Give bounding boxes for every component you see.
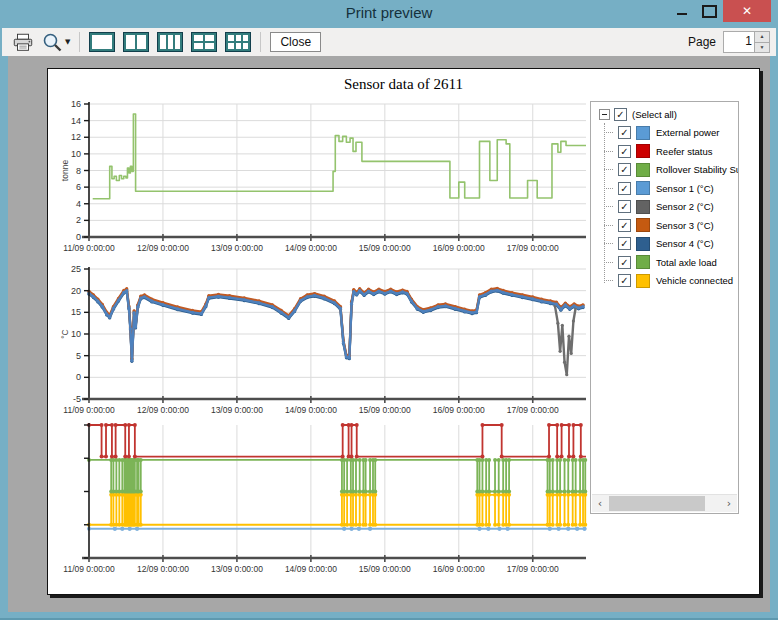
charts-canvas: 024681012141611/09 0:00:0012/09 0:00:001… bbox=[48, 69, 648, 589]
one-page-view-button[interactable] bbox=[86, 31, 118, 53]
svg-text:10: 10 bbox=[71, 329, 81, 339]
svg-text:15/09 0:00:00: 15/09 0:00:00 bbox=[359, 243, 411, 253]
svg-text:13/09 0:00:00: 13/09 0:00:00 bbox=[211, 405, 263, 415]
legend-item-checkbox[interactable]: ✓ bbox=[618, 219, 631, 232]
legend-item-checkbox[interactable]: ✓ bbox=[618, 274, 631, 287]
svg-text:14/09 0:00:00: 14/09 0:00:00 bbox=[285, 405, 337, 415]
select-all-label: (Select all) bbox=[632, 109, 677, 120]
svg-text:11/09 0:00:00: 11/09 0:00:00 bbox=[63, 243, 115, 253]
legend-item-checkbox[interactable]: ✓ bbox=[618, 182, 631, 195]
legend-item-checkbox[interactable]: ✓ bbox=[618, 256, 631, 269]
window-title: Print preview bbox=[0, 4, 778, 21]
svg-text:12/09 0:00:00: 12/09 0:00:00 bbox=[137, 405, 189, 415]
page-down-button[interactable]: ▼ bbox=[755, 42, 769, 53]
svg-text:12/09 0:00:00: 12/09 0:00:00 bbox=[137, 564, 189, 574]
legend-item: ✓Sensor 3 (°C) bbox=[591, 216, 738, 235]
minimize-icon bbox=[677, 13, 687, 15]
svg-text:-5: -5 bbox=[73, 394, 81, 404]
legend-item: ✓Reefer status bbox=[591, 142, 738, 161]
two-pages-icon bbox=[123, 32, 149, 52]
legend-item-swatch bbox=[636, 237, 650, 251]
scrollbar-thumb[interactable] bbox=[609, 496, 705, 511]
zoom-button[interactable]: ▼ bbox=[39, 31, 73, 53]
preview-area: Sensor data of 2611 024681012141611/09 0… bbox=[8, 56, 770, 612]
legend-item: ✓External power bbox=[591, 124, 738, 143]
tree-connector bbox=[604, 188, 613, 189]
svg-text:5: 5 bbox=[76, 351, 81, 361]
four-pages-view-button[interactable] bbox=[188, 31, 220, 53]
svg-text:17/09 0:00:00: 17/09 0:00:00 bbox=[507, 564, 559, 574]
legend-item-label: Reefer status bbox=[656, 146, 713, 157]
legend-item-checkbox[interactable]: ✓ bbox=[618, 237, 631, 250]
page-label: Page bbox=[688, 35, 716, 49]
two-pages-view-button[interactable] bbox=[120, 31, 152, 53]
svg-text:8: 8 bbox=[76, 166, 81, 176]
legend-item: ✓Total axle load bbox=[591, 253, 738, 272]
legend-item-checkbox[interactable]: ✓ bbox=[618, 126, 631, 139]
legend-item-label: External power bbox=[656, 127, 719, 138]
svg-text:13/09 0:00:00: 13/09 0:00:00 bbox=[211, 564, 263, 574]
tree-connector bbox=[604, 225, 613, 226]
select-all-checkbox[interactable]: ✓ bbox=[614, 108, 627, 121]
caption-buttons: ✕ bbox=[669, 0, 771, 22]
scrollbar-track[interactable] bbox=[608, 495, 721, 512]
minimize-button[interactable] bbox=[669, 0, 695, 22]
svg-text:°C: °C bbox=[60, 329, 70, 339]
svg-text:12: 12 bbox=[71, 132, 81, 142]
svg-text:14/09 0:00:00: 14/09 0:00:00 bbox=[285, 243, 337, 253]
page-up-button[interactable]: ▲ bbox=[755, 32, 769, 42]
maximize-button[interactable] bbox=[695, 0, 723, 22]
legend-item-checkbox[interactable]: ✓ bbox=[618, 163, 631, 176]
three-pages-view-button[interactable] bbox=[154, 31, 186, 53]
six-pages-view-button[interactable] bbox=[222, 31, 254, 53]
legend-panel: ✓ (Select all) ✓External power✓Reefer st… bbox=[590, 101, 739, 514]
legend-item-swatch bbox=[636, 200, 650, 214]
legend-item-swatch bbox=[636, 181, 650, 195]
print-preview-window: Print preview ✕ bbox=[0, 0, 778, 620]
magnifier-icon bbox=[42, 32, 62, 52]
legend-item-label: Rollover Stability Support bbox=[656, 164, 738, 175]
one-page-icon bbox=[89, 32, 115, 52]
legend-item-swatch bbox=[636, 144, 650, 158]
svg-text:14: 14 bbox=[71, 116, 81, 126]
preview-page: Sensor data of 2611 024681012141611/09 0… bbox=[47, 68, 760, 595]
legend-horizontal-scrollbar[interactable]: ‹ › bbox=[592, 494, 737, 512]
legend-item-label: Total axle load bbox=[656, 257, 717, 268]
svg-text:20: 20 bbox=[71, 286, 81, 296]
legend-item-checkbox[interactable]: ✓ bbox=[618, 200, 631, 213]
tree-collapse-icon[interactable] bbox=[599, 109, 610, 120]
scroll-left-arrow-icon[interactable]: ‹ bbox=[592, 495, 608, 512]
zoom-dropdown-icon[interactable]: ▼ bbox=[65, 38, 70, 46]
legend-item: ✓Rollover Stability Support bbox=[591, 161, 738, 180]
close-window-button[interactable]: ✕ bbox=[723, 0, 771, 22]
toolbar-separator bbox=[79, 32, 80, 52]
tree-connector bbox=[604, 151, 613, 152]
toolbar: ▼ Close Page 1 ▲ ▼ bbox=[2, 28, 776, 56]
close-preview-button[interactable]: Close bbox=[270, 32, 321, 52]
svg-text:15/09 0:00:00: 15/09 0:00:00 bbox=[359, 564, 411, 574]
legend-item-swatch bbox=[636, 274, 650, 288]
legend-item-label: Vehicle connected bbox=[656, 275, 733, 286]
legend-item-checkbox[interactable]: ✓ bbox=[618, 145, 631, 158]
tree-connector bbox=[604, 132, 613, 133]
svg-text:2: 2 bbox=[76, 215, 81, 225]
legend-item-label: Sensor 4 (°C) bbox=[656, 238, 714, 249]
svg-text:25: 25 bbox=[71, 264, 81, 274]
svg-text:12/09 0:00:00: 12/09 0:00:00 bbox=[137, 243, 189, 253]
chart-title: Sensor data of 2611 bbox=[48, 76, 759, 93]
svg-text:tonne: tonne bbox=[60, 160, 70, 182]
svg-text:17/09 0:00:00: 17/09 0:00:00 bbox=[507, 243, 559, 253]
legend-item: ✓Sensor 1 (°C) bbox=[591, 179, 738, 198]
legend-item: ✓Sensor 2 (°C) bbox=[591, 198, 738, 217]
tree-connector bbox=[604, 206, 613, 207]
svg-text:16/09 0:00:00: 16/09 0:00:00 bbox=[433, 405, 485, 415]
svg-text:13/09 0:00:00: 13/09 0:00:00 bbox=[211, 243, 263, 253]
four-pages-icon bbox=[191, 32, 217, 52]
svg-text:15/09 0:00:00: 15/09 0:00:00 bbox=[359, 405, 411, 415]
maximize-icon bbox=[702, 5, 717, 18]
svg-text:4: 4 bbox=[76, 199, 81, 209]
svg-text:11/09 0:00:00: 11/09 0:00:00 bbox=[63, 405, 115, 415]
print-button[interactable] bbox=[9, 32, 37, 53]
scroll-right-arrow-icon[interactable]: › bbox=[721, 495, 737, 512]
page-number-spinner[interactable]: 1 ▲ ▼ bbox=[723, 31, 770, 53]
